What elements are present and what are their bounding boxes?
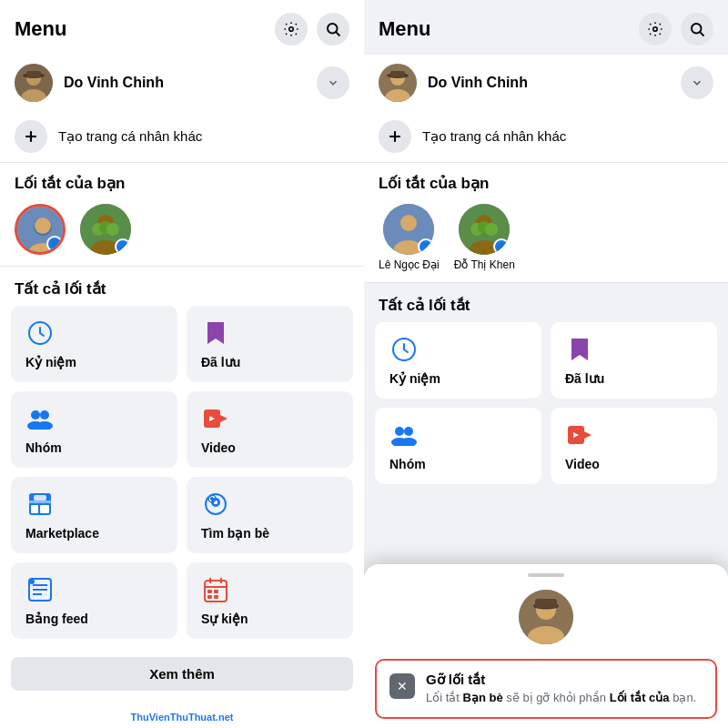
shortcut-avatar-1[interactable]: 👤 xyxy=(15,204,66,255)
friends-icon xyxy=(201,490,230,519)
right-shortcut-label-2: Đỗ Thị Khen xyxy=(454,258,515,271)
grid-item-saved[interactable]: Đã lưu xyxy=(187,306,353,382)
grid-item-events-label: Sự kiện xyxy=(201,612,339,626)
left-chevron-button[interactable] xyxy=(317,66,349,99)
grid-item-saved-label: Đã lưu xyxy=(201,355,339,369)
right-profile-avatar xyxy=(379,64,417,102)
right-grid-item-memories-label: Kỷ niệm xyxy=(389,371,527,386)
right-grid-item-groups-label: Nhóm xyxy=(389,457,527,471)
popup-desc-part2: sẽ bị gỡ khỏi phần xyxy=(503,691,610,704)
plus-icon xyxy=(15,120,47,153)
right-grid-item-memories[interactable]: Kỷ niệm xyxy=(375,322,541,399)
right-profile-row[interactable]: Do Vinh Chinh xyxy=(364,55,728,111)
popup-desc-bold2: Lối tắt của xyxy=(610,691,670,704)
grid-item-friends-label: Tìm bạn bè xyxy=(201,526,339,541)
grid-item-marketplace[interactable]: Marketplace xyxy=(11,477,177,553)
grid-item-groups-label: Nhóm xyxy=(25,440,163,455)
left-all-shortcuts-label: Tất cả lối tắt xyxy=(0,267,364,306)
svg-marker-28 xyxy=(220,415,228,422)
svg-point-24 xyxy=(40,410,49,420)
marketplace-icon xyxy=(25,490,55,519)
svg-line-2 xyxy=(336,32,339,35)
search-icon[interactable] xyxy=(317,13,349,46)
right-avatar-badge-2: 👤 xyxy=(493,238,510,255)
popup-action[interactable]: ✕ Gỡ lối tắt Lối tắt Bạn bè sẽ bị gỡ khỏ… xyxy=(375,659,717,719)
popup-desc: Lối tắt Bạn bè sẽ bị gỡ khỏi phần Lối tắ… xyxy=(426,690,696,706)
right-header: Menu xyxy=(364,0,728,55)
right-search-icon[interactable] xyxy=(681,13,713,46)
left-panel: Menu xyxy=(0,0,364,728)
right-shortcut-avatar-2[interactable]: 👤 Đỗ Thị Khen xyxy=(454,204,515,271)
grid-item-feed[interactable]: Bảng feed xyxy=(11,562,177,639)
svg-point-14 xyxy=(35,217,51,234)
right-memories-icon xyxy=(389,335,419,364)
grid-item-marketplace-label: Marketplace xyxy=(25,526,163,541)
right-grid-item-groups[interactable]: Nhóm xyxy=(375,408,541,484)
settings-icon[interactable] xyxy=(275,13,308,46)
right-shortcut-label-1: Lê Ngọc Đại xyxy=(379,258,440,271)
svg-point-0 xyxy=(289,27,294,32)
svg-rect-34 xyxy=(40,505,49,513)
popup-desc-bold1: Bạn bè xyxy=(463,691,503,704)
svg-point-46 xyxy=(29,579,35,584)
right-settings-icon[interactable] xyxy=(639,13,672,46)
right-plus-icon xyxy=(379,120,411,153)
grid-item-groups[interactable]: Nhóm xyxy=(11,391,177,468)
left-header-icons xyxy=(275,13,349,46)
right-grid-item-saved[interactable]: Đã lưu xyxy=(551,322,717,399)
right-profile-name: Do Vinh Chinh xyxy=(428,75,670,91)
memories-icon xyxy=(25,318,55,348)
right-header-icons xyxy=(639,13,713,46)
popup-desc-part3: bạn. xyxy=(670,691,697,704)
svg-rect-33 xyxy=(31,505,38,513)
video-icon xyxy=(201,404,230,433)
avatar-badge-1: 👤 xyxy=(46,236,63,252)
svg-point-21 xyxy=(106,223,119,236)
right-shortcuts-grid: Kỷ niệm Đã lưu Nhóm xyxy=(364,322,728,495)
events-icon xyxy=(201,575,230,604)
popup-overlay: ✕ Gỡ lối tắt Lối tắt Bạn bè sẽ bị gỡ khỏ… xyxy=(364,564,728,728)
left-profile-row[interactable]: Do Vinh Chinh xyxy=(0,55,364,111)
svg-point-23 xyxy=(31,410,40,420)
right-avatar-badge-1: 👤 xyxy=(418,238,434,255)
grid-item-video[interactable]: Video xyxy=(187,391,353,468)
left-shortcuts-label: Lối tắt của bạn xyxy=(0,163,364,198)
right-create-text: Tạo trang cá nhân khác xyxy=(422,128,566,145)
right-video-icon xyxy=(565,420,594,450)
svg-rect-54 xyxy=(214,595,218,599)
svg-rect-53 xyxy=(207,595,212,599)
right-groups-icon xyxy=(389,420,419,450)
right-chevron-button[interactable] xyxy=(681,66,713,99)
right-shortcut-avatar-1[interactable]: 👤 Lê Ngọc Đại xyxy=(379,204,440,271)
svg-rect-51 xyxy=(207,590,212,593)
svg-rect-31 xyxy=(29,500,51,503)
left-shortcuts-row: 👤 👤 xyxy=(0,198,364,267)
svg-point-75 xyxy=(395,427,404,436)
svg-point-56 xyxy=(692,24,702,34)
svg-rect-8 xyxy=(26,71,41,77)
grid-item-feed-label: Bảng feed xyxy=(25,612,163,626)
saved-icon xyxy=(201,318,230,348)
svg-rect-32 xyxy=(34,495,46,500)
svg-point-41 xyxy=(211,498,214,500)
svg-rect-62 xyxy=(390,71,405,77)
left-header: Menu xyxy=(0,0,364,55)
right-all-shortcuts-label: Tất cả lối tắt xyxy=(364,283,728,322)
left-shortcuts-grid: Kỷ niệm Đã lưu Nhóm xyxy=(0,306,364,650)
right-grid-item-video[interactable]: Video xyxy=(551,408,717,484)
shortcut-avatar-2[interactable]: 👤 xyxy=(80,204,131,255)
right-create-row[interactable]: Tạo trang cá nhân khác xyxy=(364,111,728,163)
grid-item-memories[interactable]: Kỷ niệm xyxy=(11,306,177,382)
popup-avatar xyxy=(519,590,573,644)
svg-rect-86 xyxy=(535,599,557,608)
grid-item-friends[interactable]: Tìm bạn bè xyxy=(187,477,353,553)
grid-item-events[interactable]: Sự kiện xyxy=(187,562,353,639)
left-create-text: Tạo trang cá nhân khác xyxy=(58,128,202,145)
svg-point-1 xyxy=(328,24,338,34)
shortcut-avatar-img-2: 👤 xyxy=(80,204,131,255)
see-more-button[interactable]: Xem thêm xyxy=(11,657,353,691)
svg-point-76 xyxy=(404,427,413,436)
right-panel: Menu xyxy=(364,0,728,728)
left-create-row[interactable]: Tạo trang cá nhân khác xyxy=(0,111,364,163)
grid-item-video-label: Video xyxy=(201,440,339,455)
